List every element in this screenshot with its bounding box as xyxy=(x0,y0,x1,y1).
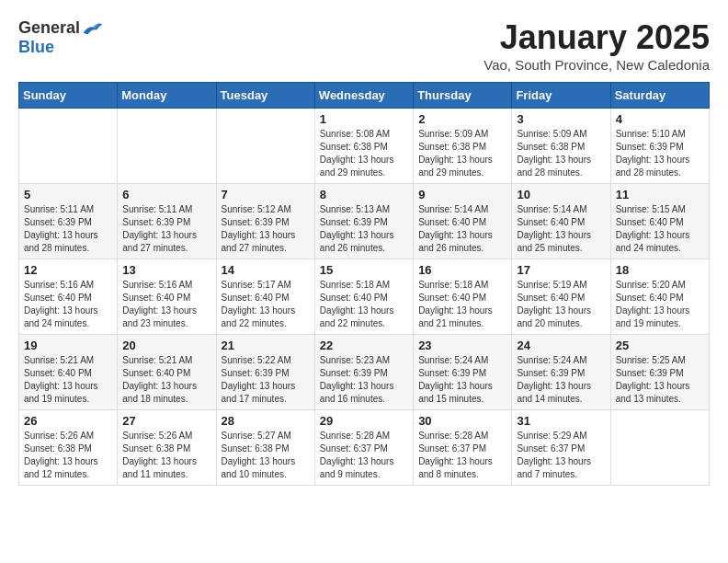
day-info: Sunrise: 5:20 AMSunset: 6:40 PMDaylight:… xyxy=(616,279,704,330)
day-info: Sunrise: 5:16 AMSunset: 6:40 PMDaylight:… xyxy=(24,279,112,330)
day-number: 23 xyxy=(418,339,506,352)
day-number: 19 xyxy=(24,339,112,352)
day-info: Sunrise: 5:15 AMSunset: 6:40 PMDaylight:… xyxy=(616,203,704,255)
day-info: Sunrise: 5:24 AMSunset: 6:39 PMDaylight:… xyxy=(418,354,506,406)
day-number: 2 xyxy=(418,112,506,126)
calendar-week-row: 5Sunrise: 5:11 AMSunset: 6:39 PMDaylight… xyxy=(19,184,710,259)
day-info: Sunrise: 5:18 AMSunset: 6:40 PMDaylight:… xyxy=(320,279,408,330)
day-info: Sunrise: 5:09 AMSunset: 6:38 PMDaylight:… xyxy=(517,128,605,179)
day-number: 30 xyxy=(418,414,506,428)
day-number: 10 xyxy=(517,188,605,201)
day-number: 22 xyxy=(320,339,408,352)
calendar-cell: 24Sunrise: 5:24 AMSunset: 6:39 PMDayligh… xyxy=(512,335,610,410)
calendar-cell: 12Sunrise: 5:16 AMSunset: 6:40 PMDayligh… xyxy=(19,259,118,335)
day-number: 8 xyxy=(320,188,408,201)
page-header: General Blue January 2025 Vao, South Pro… xyxy=(18,18,710,73)
day-number: 13 xyxy=(122,263,210,277)
day-info: Sunrise: 5:14 AMSunset: 6:40 PMDaylight:… xyxy=(418,203,506,255)
day-number: 21 xyxy=(222,339,310,352)
day-info: Sunrise: 5:21 AMSunset: 6:40 PMDaylight:… xyxy=(24,354,112,406)
logo-blue-text: Blue xyxy=(18,38,54,57)
calendar-week-row: 1Sunrise: 5:08 AMSunset: 6:38 PMDaylight… xyxy=(19,109,710,184)
calendar-cell: 10Sunrise: 5:14 AMSunset: 6:40 PMDayligh… xyxy=(512,184,610,259)
day-number: 9 xyxy=(418,188,506,201)
day-info: Sunrise: 5:19 AMSunset: 6:40 PMDaylight:… xyxy=(517,279,605,330)
calendar-cell: 30Sunrise: 5:28 AMSunset: 6:37 PMDayligh… xyxy=(414,410,512,486)
day-info: Sunrise: 5:11 AMSunset: 6:39 PMDaylight:… xyxy=(122,203,210,255)
weekday-header: Monday xyxy=(118,83,216,109)
calendar-cell: 14Sunrise: 5:17 AMSunset: 6:40 PMDayligh… xyxy=(216,259,314,335)
calendar-cell: 13Sunrise: 5:16 AMSunset: 6:40 PMDayligh… xyxy=(118,259,216,335)
day-number: 18 xyxy=(616,263,704,277)
calendar-cell xyxy=(118,109,216,184)
title-block: January 2025 Vao, South Province, New Ca… xyxy=(483,18,710,73)
calendar-cell: 2Sunrise: 5:09 AMSunset: 6:38 PMDaylight… xyxy=(414,109,512,184)
day-info: Sunrise: 5:21 AMSunset: 6:40 PMDaylight:… xyxy=(122,354,210,406)
logo: General Blue xyxy=(18,18,104,57)
day-info: Sunrise: 5:17 AMSunset: 6:40 PMDaylight:… xyxy=(222,279,310,330)
calendar-cell: 16Sunrise: 5:18 AMSunset: 6:40 PMDayligh… xyxy=(414,259,512,335)
month-title: January 2025 xyxy=(483,18,710,57)
calendar-cell: 7Sunrise: 5:12 AMSunset: 6:39 PMDaylight… xyxy=(216,184,314,259)
calendar-cell xyxy=(216,109,314,184)
calendar-cell: 15Sunrise: 5:18 AMSunset: 6:40 PMDayligh… xyxy=(314,259,413,335)
day-number: 28 xyxy=(222,414,310,428)
day-number: 26 xyxy=(24,414,112,428)
day-number: 15 xyxy=(320,263,408,277)
calendar-table: SundayMondayTuesdayWednesdayThursdayFrid… xyxy=(18,82,710,486)
calendar-cell: 6Sunrise: 5:11 AMSunset: 6:39 PMDaylight… xyxy=(118,184,216,259)
weekday-header: Tuesday xyxy=(216,83,314,109)
day-info: Sunrise: 5:14 AMSunset: 6:40 PMDaylight:… xyxy=(517,203,605,255)
day-number: 7 xyxy=(222,188,310,201)
day-number: 16 xyxy=(418,263,506,277)
weekday-header: Saturday xyxy=(610,83,709,109)
day-number: 14 xyxy=(222,263,310,277)
calendar-week-row: 19Sunrise: 5:21 AMSunset: 6:40 PMDayligh… xyxy=(19,335,710,410)
day-number: 20 xyxy=(122,339,210,352)
calendar-cell: 22Sunrise: 5:23 AMSunset: 6:39 PMDayligh… xyxy=(314,335,413,410)
day-number: 24 xyxy=(517,339,605,352)
logo-general-text: General xyxy=(18,18,80,38)
day-info: Sunrise: 5:18 AMSunset: 6:40 PMDaylight:… xyxy=(418,279,506,330)
calendar-cell: 11Sunrise: 5:15 AMSunset: 6:40 PMDayligh… xyxy=(610,184,709,259)
day-info: Sunrise: 5:27 AMSunset: 6:38 PMDaylight:… xyxy=(222,430,310,481)
day-info: Sunrise: 5:28 AMSunset: 6:37 PMDaylight:… xyxy=(320,430,408,481)
calendar-cell: 25Sunrise: 5:25 AMSunset: 6:39 PMDayligh… xyxy=(610,335,709,410)
day-number: 29 xyxy=(320,414,408,428)
weekday-header: Wednesday xyxy=(314,83,413,109)
day-info: Sunrise: 5:22 AMSunset: 6:39 PMDaylight:… xyxy=(222,354,310,406)
calendar-cell: 31Sunrise: 5:29 AMSunset: 6:37 PMDayligh… xyxy=(512,410,610,486)
calendar-week-row: 26Sunrise: 5:26 AMSunset: 6:38 PMDayligh… xyxy=(19,410,710,486)
day-info: Sunrise: 5:10 AMSunset: 6:39 PMDaylight:… xyxy=(616,128,704,179)
day-info: Sunrise: 5:28 AMSunset: 6:37 PMDaylight:… xyxy=(418,430,506,481)
calendar-cell: 1Sunrise: 5:08 AMSunset: 6:38 PMDaylight… xyxy=(314,109,413,184)
calendar-week-row: 12Sunrise: 5:16 AMSunset: 6:40 PMDayligh… xyxy=(19,259,710,335)
weekday-header: Friday xyxy=(512,83,610,109)
calendar-header-row: SundayMondayTuesdayWednesdayThursdayFrid… xyxy=(19,83,710,109)
location-subtitle: Vao, South Province, New Caledonia xyxy=(483,57,710,73)
day-info: Sunrise: 5:11 AMSunset: 6:39 PMDaylight:… xyxy=(24,203,112,255)
day-number: 3 xyxy=(517,112,605,126)
day-info: Sunrise: 5:23 AMSunset: 6:39 PMDaylight:… xyxy=(320,354,408,406)
day-number: 27 xyxy=(122,414,210,428)
calendar-cell: 20Sunrise: 5:21 AMSunset: 6:40 PMDayligh… xyxy=(118,335,216,410)
day-number: 4 xyxy=(616,112,704,126)
day-info: Sunrise: 5:12 AMSunset: 6:39 PMDaylight:… xyxy=(222,203,310,255)
calendar-cell: 5Sunrise: 5:11 AMSunset: 6:39 PMDaylight… xyxy=(19,184,118,259)
day-number: 1 xyxy=(320,112,408,126)
calendar-cell: 17Sunrise: 5:19 AMSunset: 6:40 PMDayligh… xyxy=(512,259,610,335)
day-number: 6 xyxy=(122,188,210,201)
calendar-cell: 26Sunrise: 5:26 AMSunset: 6:38 PMDayligh… xyxy=(19,410,118,486)
day-info: Sunrise: 5:29 AMSunset: 6:37 PMDaylight:… xyxy=(517,430,605,481)
calendar-cell: 23Sunrise: 5:24 AMSunset: 6:39 PMDayligh… xyxy=(414,335,512,410)
day-number: 12 xyxy=(24,263,112,277)
day-info: Sunrise: 5:26 AMSunset: 6:38 PMDaylight:… xyxy=(24,430,112,481)
calendar-cell xyxy=(610,410,709,486)
calendar-cell: 21Sunrise: 5:22 AMSunset: 6:39 PMDayligh… xyxy=(216,335,314,410)
calendar-cell: 29Sunrise: 5:28 AMSunset: 6:37 PMDayligh… xyxy=(314,410,413,486)
day-number: 17 xyxy=(517,263,605,277)
calendar-cell: 9Sunrise: 5:14 AMSunset: 6:40 PMDaylight… xyxy=(414,184,512,259)
calendar-cell: 28Sunrise: 5:27 AMSunset: 6:38 PMDayligh… xyxy=(216,410,314,486)
calendar-cell: 27Sunrise: 5:26 AMSunset: 6:38 PMDayligh… xyxy=(118,410,216,486)
day-info: Sunrise: 5:26 AMSunset: 6:38 PMDaylight:… xyxy=(122,430,210,481)
